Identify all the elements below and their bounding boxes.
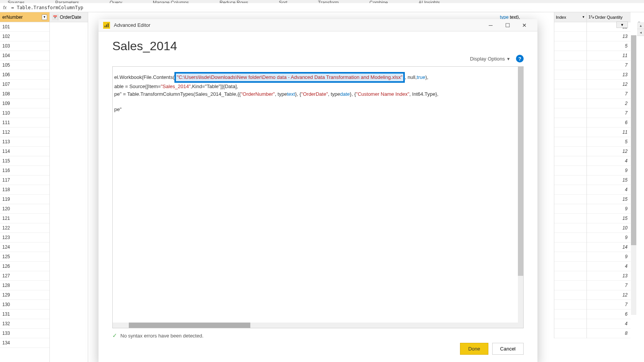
ribbon-ai-insights[interactable]: AI Insights [419,0,440,3]
qty-cell[interactable]: 5 [587,41,631,51]
vertical-scrollbar[interactable] [631,35,636,315]
ribbon-sort[interactable]: Sort [279,0,288,3]
qty-cell[interactable]: 4 [587,185,631,195]
index-cell[interactable] [554,214,586,223]
qty-cell[interactable]: 13 [587,271,631,281]
qty-cell[interactable]: 7 [587,300,631,310]
ribbon-combine[interactable]: Combine [370,0,388,3]
index-cell[interactable] [554,233,586,242]
scroll-thumb[interactable] [631,35,636,245]
index-header[interactable]: Index ▼ [554,12,586,22]
index-cell[interactable] [554,310,586,319]
index-cell[interactable] [554,281,586,290]
qty-cell[interactable]: 10 [587,223,631,233]
order-number-cell[interactable]: 110 [0,108,49,118]
order-number-cell[interactable]: 119 [0,195,49,204]
collapse-button[interactable]: ▼ [616,21,628,28]
order-number-cell[interactable]: 102 [0,32,49,41]
column-filter-dropdown[interactable]: ▼ [42,15,47,20]
qty-cell[interactable]: 9 [587,233,631,242]
qty-cell[interactable]: 7 [587,61,631,70]
ribbon-reduce-rows[interactable]: Reduce Rows [220,0,248,3]
index-cell[interactable] [554,32,586,41]
order-number-cell[interactable]: 103 [0,41,49,51]
order-number-cell[interactable]: 117 [0,175,49,185]
index-cell[interactable] [554,195,586,204]
index-cell[interactable] [554,61,586,70]
qty-cell[interactable]: 14 [587,242,631,252]
index-cell[interactable] [554,41,586,51]
index-cell[interactable] [554,175,586,185]
index-cell[interactable] [554,147,586,156]
order-number-cell[interactable]: 131 [0,310,49,319]
order-number-cell[interactable]: 116 [0,166,49,175]
order-number-cell[interactable]: 121 [0,214,49,223]
order-number-cell[interactable]: 115 [0,156,49,166]
code-content[interactable]: el.Workbook(File.Contents( "C:\Users\lis… [113,67,523,119]
qty-cell[interactable]: 12 [587,290,631,300]
qty-cell[interactable]: 7 [587,281,631,290]
index-cell[interactable] [554,80,586,89]
order-number-cell[interactable]: 108 [0,89,49,99]
order-number-cell[interactable]: 111 [0,118,49,128]
order-qty-header[interactable]: 1²₃ Order Quantity [587,12,631,22]
index-cell[interactable] [554,271,586,281]
index-dropdown-icon[interactable]: ▼ [582,15,585,19]
order-number-cell[interactable]: 107 [0,80,49,89]
ribbon-transform[interactable]: Transform [318,0,339,3]
ribbon-query[interactable]: Query [110,0,122,3]
qty-cell[interactable]: 7 [587,89,631,99]
order-number-cell[interactable]: 124 [0,242,49,252]
index-cell[interactable] [554,319,586,329]
order-number-cell[interactable]: 134 [0,338,49,348]
order-number-cell[interactable]: 109 [0,99,49,108]
code-editor[interactable]: el.Workbook(File.Contents( "C:\Users\lis… [112,66,524,328]
qty-cell[interactable]: 12 [587,80,631,89]
qty-cell[interactable]: 5 [587,137,631,147]
order-number-header[interactable]: erNumber ▼ [0,12,49,22]
expand-arrow-up[interactable]: ▴ [637,22,644,29]
index-cell[interactable] [554,156,586,166]
done-button[interactable]: Done [460,343,488,355]
close-button[interactable]: ✕ [516,19,533,31]
index-cell[interactable] [554,99,586,108]
index-cell[interactable] [554,329,586,338]
qty-cell[interactable]: 7 [587,108,631,118]
qty-cell[interactable]: 9 [587,204,631,214]
order-number-cell[interactable]: 132 [0,319,49,329]
editor-vertical-scrollbar[interactable] [518,67,523,328]
qty-cell[interactable]: 13 [587,32,631,41]
index-cell[interactable] [554,290,586,300]
order-number-cell[interactable]: 129 [0,290,49,300]
index-cell[interactable] [554,204,586,214]
index-cell[interactable] [554,137,586,147]
maximize-button[interactable]: ☐ [499,19,516,31]
index-cell[interactable] [554,242,586,252]
qty-cell[interactable]: 13 [587,70,631,80]
qty-cell[interactable]: 6 [587,310,631,319]
order-number-cell[interactable]: 122 [0,223,49,233]
qty-cell[interactable]: 2 [587,99,631,108]
cancel-button[interactable]: Cancel [492,343,524,355]
order-number-cell[interactable]: 104 [0,51,49,61]
index-cell[interactable] [554,118,586,128]
qty-cell[interactable]: 4 [587,156,631,166]
qty-cell[interactable]: 15 [587,175,631,185]
editor-horizontal-scrollbar[interactable] [113,323,518,328]
dialog-titlebar[interactable]: Advanced Editor ─ ☐ ✕ [99,19,537,31]
order-number-cell[interactable]: 101 [0,22,49,32]
qty-cell[interactable]: 15 [587,214,631,223]
order-number-cell[interactable]: 118 [0,185,49,195]
order-number-cell[interactable]: 113 [0,137,49,147]
order-number-cell[interactable]: 106 [0,70,49,80]
formula-text[interactable]: = Table.TransformColumnTyp [11,5,83,10]
index-cell[interactable] [554,128,586,137]
editor-v-thumb[interactable] [518,67,523,276]
qty-cell[interactable]: 8 [587,329,631,338]
qty-cell[interactable]: 6 [587,118,631,128]
qty-cell[interactable]: 12 [587,147,631,156]
help-button[interactable]: ? [516,55,524,62]
index-cell[interactable] [554,300,586,310]
index-cell[interactable] [554,252,586,262]
qty-cell[interactable]: 4 [587,262,631,271]
